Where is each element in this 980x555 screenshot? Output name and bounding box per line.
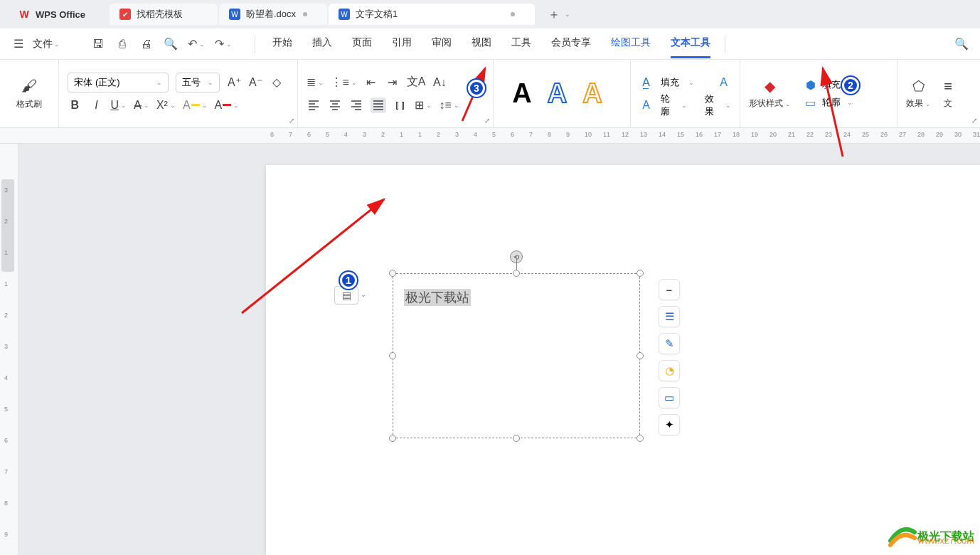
align-center-icon[interactable] [328,99,342,112]
app-home-tab[interactable]: W WPS Office [9,4,108,25]
watermark-logo-icon [886,521,917,552]
font-name-select[interactable]: 宋体 (正文) ⌄ [68,73,169,92]
ruler-tick: 8 [4,500,8,507]
superscript-icon[interactable]: X²⌄ [156,99,176,112]
sparkle-button[interactable]: ✦ [659,414,680,435]
decrease-font-icon[interactable]: A⁻ [248,75,262,89]
wordart-preset-2[interactable]: A [548,78,567,109]
tab-member[interactable]: 会员专享 [551,29,591,58]
increase-indent-icon[interactable]: ⇥ [385,75,400,89]
collapse-button[interactable]: − [659,279,680,300]
ruler-vertical[interactable]: 321123456789101112 [0,144,18,555]
tab-view[interactable]: 视图 [472,29,491,58]
resize-handle-n[interactable] [513,270,520,277]
format-painter-icon[interactable]: 🖌 [21,77,37,95]
textbox-content[interactable]: 极光下载站 [404,289,471,306]
tab-template[interactable]: ✔ 找稻壳模板 [110,4,218,25]
resize-handle-s[interactable] [513,435,520,442]
ruler-tick: 17 [714,131,721,138]
numbering-icon[interactable]: ⋮≡⌄ [331,75,356,89]
shape-3d-icon[interactable]: ⬠ [912,78,926,95]
tab-drawing-tools[interactable]: 绘图工具 [611,29,651,58]
tab-document-1[interactable]: W 盼望着.docx [219,4,327,25]
undo-button[interactable]: ↶⌄ [188,37,205,51]
wordart-preset-1[interactable]: A [512,78,531,109]
effects-dialog-launcher[interactable]: ⤢ [971,117,977,125]
justify-icon[interactable] [371,97,386,113]
strikethrough-icon[interactable]: A̶⌄ [134,98,149,112]
ribbon-tabs: 开始 插入 页面 引用 审阅 视图 工具 会员专享 绘图工具 文本工具 [272,29,710,58]
menu-icon[interactable]: ☰ [11,37,26,51]
italic-icon[interactable]: I [89,99,103,112]
ruler-tick: 9 [566,131,570,138]
export-icon[interactable]: ⎙ [115,38,129,51]
text-direction-icon[interactable]: 文A [407,75,426,90]
search-icon[interactable]: 🔍 [954,37,969,51]
ltr-icon[interactable]: A↓ [432,76,447,89]
print-icon[interactable]: 🖨 [139,38,154,51]
highlight-icon[interactable]: A⌄ [183,99,208,112]
font-name-value: 宋体 (正文) [74,76,119,89]
text-fill-icon[interactable]: A̲ [639,75,654,89]
decrease-indent-icon[interactable]: ⇤ [364,75,378,89]
text-fill-label: 填充 [661,76,679,89]
editing-area: 321123456789101112 ⟲ 极光下载站 ▤ ⌄ − ☰ ✎ ◔ ▭… [0,144,980,555]
font-color-icon[interactable]: A⌄ [215,99,240,112]
underline-icon[interactable]: U⌄ [110,99,127,112]
text-outline-icon[interactable]: A [639,99,654,112]
redo-button[interactable]: ↷⌄ [215,37,232,51]
bullets-icon[interactable]: ≣⌄ [307,75,324,89]
tab-text-tools[interactable]: 文本工具 [671,29,710,58]
shape-effects-label: 效果 [906,98,923,108]
tab-label: 找稻壳模板 [137,8,183,21]
tab-document-2[interactable]: W 文字文稿1 [329,4,535,25]
ruler-tick: 26 [880,131,888,138]
save-icon[interactable]: 🖫 [91,38,105,51]
new-tab-menu[interactable]: ⌄ [565,11,570,18]
file-menu[interactable]: 文件 ⌄ [33,38,60,51]
tab-tools[interactable]: 工具 [511,29,531,58]
print-preview-icon[interactable]: 🔍 [164,37,178,51]
svg-line-2 [823,68,843,157]
ruler-tick: 25 [862,131,869,138]
tab-review[interactable]: 审阅 [432,29,452,58]
resize-handle-ne[interactable] [637,270,644,277]
clear-format-icon[interactable]: ◇ [270,75,284,89]
ruler-tick: 6 [307,131,311,138]
ruler-tick: 30 [954,131,962,138]
resize-handle-se[interactable] [637,435,644,442]
shape-style-icon[interactable]: ◆ [762,78,777,95]
caret-icon: ⌄ [54,41,60,48]
rect-tool-button[interactable]: ▭ [659,387,680,408]
resize-handle-sw[interactable] [389,435,396,442]
annotation-marker-1: 1 [340,272,357,289]
resize-handle-e[interactable] [637,352,644,359]
tab-insert[interactable]: 插入 [312,29,332,58]
highlight-tool-button[interactable]: ◔ [659,360,680,381]
tab-bar: W WPS Office ✔ 找稻壳模板 W 盼望着.docx W 文字文稿1 … [0,0,980,28]
text-effects-icon[interactable]: A [717,76,731,89]
tab-reference[interactable]: 引用 [392,29,412,58]
bold-icon[interactable]: B [68,99,82,112]
menu-bar: ☰ 文件 ⌄ 🖫 ⎙ 🖨 🔍 ↶⌄ ↷⌄ 开始 插入 页面 引用 审阅 视图 工… [0,28,980,60]
ruler-tick: 16 [696,131,703,138]
tab-page[interactable]: 页面 [352,29,372,58]
wordart-preset-3[interactable]: A [582,78,602,109]
align-left-icon[interactable] [307,99,321,112]
new-tab-button[interactable]: ＋ [548,6,560,23]
font-dialog-launcher[interactable]: ⤢ [289,117,294,125]
ruler-tick: 4 [474,131,477,138]
columns-icon[interactable]: ⊞⌄ [415,98,432,112]
resize-handle-w[interactable] [389,352,396,359]
quick-access-toolbar: 🖫 ⎙ 🖨 🔍 ↶⌄ ↷⌄ [91,37,232,51]
distribute-icon[interactable]: ⫿⫿ [393,99,408,112]
align-right-icon[interactable] [349,99,363,112]
tab-home[interactable]: 开始 [272,29,292,58]
text-cut-icon[interactable]: ≡ [941,78,955,95]
font-size-select[interactable]: 五号 ⌄ [176,73,220,92]
ruler-tick: 28 [917,131,925,138]
pen-tool-button[interactable]: ✎ [659,333,680,354]
textbox-selected[interactable]: ⟲ 极光下载站 ▤ ⌄ [393,273,640,438]
pane-toggle-button[interactable]: ☰ [659,306,680,327]
increase-font-icon[interactable]: A⁺ [227,75,241,89]
